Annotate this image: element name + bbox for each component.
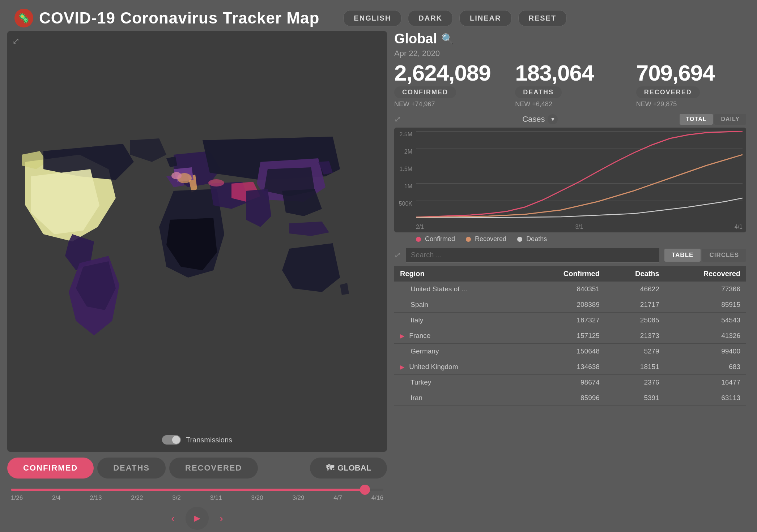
cell-recovered: 41326 (665, 328, 746, 344)
cell-deaths: 5391 (605, 390, 665, 406)
chart-section: ⤢ Cases ▼ TOTAL DAILY 2.5M 2M 1.5M 1M 50… (394, 114, 746, 243)
table-row[interactable]: Iran 85996 5391 63113 (394, 390, 746, 406)
y-label-2: 1.5M (399, 166, 412, 172)
map-expand-icon[interactable]: ⤢ (12, 36, 20, 46)
cell-recovered: 54543 (665, 313, 746, 328)
deaths-badge: DEATHS (515, 86, 562, 98)
global-info: Global 🔍 Apr 22, 2020 (394, 31, 454, 58)
table-row[interactable]: Turkey 98674 2376 16477 (394, 375, 746, 390)
tab-buttons: CONFIRMED DEATHS RECOVERED 🗺 GLOBAL (7, 458, 387, 479)
table-head: Region Confirmed Deaths Recovered (394, 266, 746, 282)
global-search-icon[interactable]: 🔍 (441, 33, 454, 45)
play-button[interactable]: ▶ (186, 507, 209, 530)
app-title: COVID-19 Coronavirus Tracker Map (39, 9, 319, 27)
cell-region: ▶ France (394, 328, 526, 344)
english-button[interactable]: ENGLISH (343, 10, 401, 26)
transmissions-toggle: Transmissions (162, 435, 232, 445)
table-row[interactable]: ▶ United Kingdom 134638 18151 683 (394, 359, 746, 375)
cell-confirmed: 134638 (526, 359, 605, 375)
timeline-bar[interactable] (11, 489, 383, 491)
linear-button[interactable]: LINEAR (459, 10, 511, 26)
table-row[interactable]: Germany 150648 5279 99400 (394, 344, 746, 359)
world-map[interactable] (7, 31, 387, 452)
cell-region: ▶ United Kingdom (394, 359, 526, 375)
tl-label-3: 2/22 (131, 494, 143, 502)
table-header-row: ⤢ TABLE CIRCLES (394, 248, 746, 262)
x-label-0: 2/1 (416, 224, 424, 230)
x-label-2: 4/1 (735, 224, 743, 230)
col-recovered: Recovered (665, 266, 746, 282)
reset-button[interactable]: RESET (518, 10, 567, 26)
col-deaths: Deaths (605, 266, 665, 282)
cases-label: Cases (522, 115, 545, 124)
y-label-0: 2.5M (399, 131, 412, 138)
cell-deaths: 5279 (605, 344, 665, 359)
main-content: ⤢ (0, 31, 757, 532)
region-name: France (409, 332, 430, 339)
table-row[interactable]: Spain 208389 21717 85915 (394, 297, 746, 313)
table-row[interactable]: United States of ... 840351 46622 77366 (394, 282, 746, 297)
global-title: Global (394, 31, 437, 47)
cell-deaths: 21717 (605, 297, 665, 313)
recovered-number: 709,694 (636, 62, 746, 84)
cell-region: Turkey (394, 375, 526, 390)
view-toggle: TABLE CIRCLES (664, 249, 746, 262)
tl-label-6: 3/20 (251, 494, 263, 502)
confirmed-number: 2,624,089 (394, 62, 504, 84)
tl-label-7: 3/29 (292, 494, 304, 502)
data-table: Region Confirmed Deaths Recovered United… (394, 266, 746, 406)
cell-deaths: 2376 (605, 375, 665, 390)
deaths-tab[interactable]: DEATHS (97, 458, 166, 479)
y-label-4: 500K (399, 201, 412, 207)
tl-label-0: 1/26 (11, 494, 23, 502)
table-row[interactable]: Italy 187327 25085 54543 (394, 313, 746, 328)
tl-label-2: 2/13 (90, 494, 102, 502)
confirmed-tab[interactable]: CONFIRMED (7, 458, 94, 479)
next-button[interactable]: › (220, 512, 223, 524)
stats-row: 2,624,089 CONFIRMED NEW +74,967 183,064 … (394, 62, 746, 108)
recovered-legend-label: Recovered (475, 235, 506, 243)
cases-dropdown[interactable]: Cases ▼ (522, 114, 558, 124)
cell-confirmed: 187327 (526, 313, 605, 328)
prev-button[interactable]: ‹ (171, 512, 175, 524)
recovered-tab[interactable]: RECOVERED (169, 458, 258, 479)
timeline-labels: 1/26 2/4 2/13 2/22 3/2 3/11 3/20 3/29 4/… (7, 494, 387, 502)
table-search-input[interactable] (406, 248, 659, 262)
timeline-progress (11, 489, 365, 491)
table-view-button[interactable]: TABLE (664, 249, 701, 262)
daily-toggle-button[interactable]: DAILY (714, 114, 746, 125)
cell-region: Italy (394, 313, 526, 328)
table-row[interactable]: ▶ France 157125 21373 41326 (394, 328, 746, 344)
region-name: Iran (411, 394, 422, 402)
cell-deaths: 25085 (605, 313, 665, 328)
confirmed-new: NEW +74,967 (394, 100, 504, 108)
global-date: Apr 22, 2020 (394, 49, 454, 58)
svg-point-3 (208, 179, 224, 186)
transmissions-switch[interactable] (162, 435, 181, 445)
chart-x-labels: 2/1 3/1 4/1 (416, 224, 743, 230)
timeline-controls: ‹ ▶ › (7, 507, 387, 530)
total-toggle-button[interactable]: TOTAL (680, 114, 713, 125)
cell-region: Germany (394, 344, 526, 359)
chart-area: 2.5M 2M 1.5M 1M 500K (394, 128, 746, 232)
deaths-stat: 183,064 DEATHS NEW +6,482 (515, 62, 625, 108)
y-label-1: 2M (404, 149, 412, 155)
cell-confirmed: 840351 (526, 282, 605, 297)
left-panel: ⤢ (7, 31, 387, 532)
global-label: GLOBAL (337, 463, 371, 473)
tl-label-9: 4/16 (371, 494, 383, 502)
table-expand-icon[interactable]: ⤢ (394, 250, 401, 260)
region-name: United States of ... (411, 285, 467, 293)
col-confirmed: Confirmed (526, 266, 605, 282)
global-button[interactable]: 🗺 GLOBAL (310, 458, 387, 479)
deaths-legend-label: Deaths (526, 235, 547, 243)
chart-expand-icon[interactable]: ⤢ (394, 115, 401, 124)
tl-label-8: 4/7 (333, 494, 342, 502)
recovered-badge: RECOVERED (636, 86, 700, 98)
map-container: ⤢ (7, 31, 387, 452)
dark-button[interactable]: DARK (408, 10, 453, 26)
play-icon: ▶ (194, 514, 200, 523)
table-body: United States of ... 840351 46622 77366 … (394, 282, 746, 406)
deaths-new: NEW +6,482 (515, 100, 625, 108)
circles-view-button[interactable]: CIRCLES (702, 249, 746, 262)
